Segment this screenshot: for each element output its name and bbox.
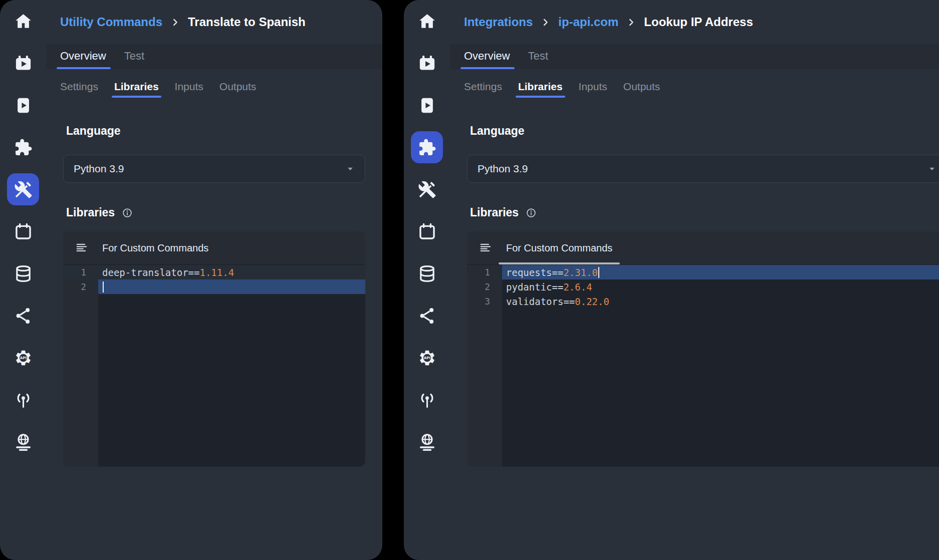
tab-bar: Overview Test xyxy=(46,44,382,69)
globe-icon xyxy=(418,433,436,451)
calendar-icon xyxy=(14,222,33,241)
sidebar-item-database[interactable] xyxy=(411,257,443,290)
screen-play-icon xyxy=(14,54,33,73)
line-number: 1 xyxy=(63,265,98,279)
chevron-right-icon xyxy=(626,18,636,27)
line-number: 2 xyxy=(467,279,502,294)
editor-tab-custom-commands[interactable]: For Custom Commands xyxy=(506,231,612,264)
breadcrumb-link[interactable]: Utility Commands xyxy=(60,15,162,29)
language-dropdown[interactable]: Python 3.9 xyxy=(63,155,365,183)
subtab-bar: Settings Libraries Inputs Outputs xyxy=(46,71,382,102)
subtab-libraries[interactable]: Libraries xyxy=(114,77,159,97)
text-cursor xyxy=(598,267,599,278)
language-heading: Language xyxy=(66,124,365,138)
tools-icon xyxy=(418,180,436,199)
workspace: Utility Commands Translate to Spanish Ov… xyxy=(0,0,939,560)
share-icon xyxy=(418,307,436,325)
sidebar-item-broadcast[interactable] xyxy=(7,384,39,416)
libraries-heading: Libraries xyxy=(470,206,519,219)
sidebar-item-home[interactable] xyxy=(411,5,443,37)
subtab-libraries[interactable]: Libraries xyxy=(518,77,563,97)
globe-icon xyxy=(14,433,33,451)
code-editor[interactable]: 1 requests==2.31.0 2 pydantic==2.6.4 3 v… xyxy=(467,265,939,467)
code-package: deep-translator xyxy=(102,267,188,278)
panel-integration-command: Integrations ip-api.com Lookup IP Addres… xyxy=(404,0,939,560)
sidebar-item-connections[interactable] xyxy=(7,300,39,332)
code-line[interactable]: 1 requests==2.31.0 xyxy=(467,265,939,279)
antenna-icon xyxy=(418,391,436,409)
sidebar-item-tools[interactable] xyxy=(411,173,443,205)
editor-header: For Custom Commands xyxy=(467,231,939,265)
sidebar-item-web[interactable] xyxy=(411,426,443,458)
subtab-bar: Settings Libraries Inputs Outputs xyxy=(450,71,939,102)
puzzle-icon xyxy=(418,138,436,157)
code-operator: == xyxy=(552,282,564,293)
database-icon xyxy=(418,264,436,283)
sidebar-item-database[interactable] xyxy=(7,257,39,290)
subtab-settings[interactable]: Settings xyxy=(464,77,502,97)
tab-overview[interactable]: Overview xyxy=(464,50,510,69)
sidebar-item-tools[interactable] xyxy=(7,173,39,205)
subtab-outputs[interactable]: Outputs xyxy=(219,77,257,97)
share-icon xyxy=(14,307,33,325)
subtab-inputs[interactable]: Inputs xyxy=(579,77,607,97)
code-version: 0.22.0 xyxy=(575,296,609,307)
code-operator: == xyxy=(563,296,575,307)
subtab-inputs[interactable]: Inputs xyxy=(175,77,203,97)
chevron-right-icon xyxy=(170,18,180,27)
tools-icon xyxy=(14,180,33,199)
code-editor[interactable]: 1 deep-translator==1.11.4 2 xyxy=(63,265,365,467)
code-line[interactable]: 3 validators==0.22.0 xyxy=(467,294,939,309)
tab-test[interactable]: Test xyxy=(124,50,144,69)
sidebar-item-api[interactable] xyxy=(7,342,39,374)
breadcrumb-link[interactable]: Integrations xyxy=(464,15,533,29)
sidebar-item-events[interactable] xyxy=(411,47,443,79)
chevron-down-icon xyxy=(927,164,936,173)
api-gear-icon xyxy=(14,349,33,367)
line-number: 3 xyxy=(467,294,502,309)
subtab-outputs[interactable]: Outputs xyxy=(623,77,660,97)
sidebar-item-broadcast[interactable] xyxy=(411,384,443,416)
code-package: validators xyxy=(506,296,563,307)
code-operator: == xyxy=(552,267,564,278)
line-number-gutter xyxy=(63,265,98,467)
text-cursor xyxy=(103,282,104,293)
subtab-settings[interactable]: Settings xyxy=(60,77,98,97)
code-version: 2.6.4 xyxy=(563,282,592,293)
tab-test[interactable]: Test xyxy=(528,50,548,69)
language-heading: Language xyxy=(470,124,939,138)
tab-overview[interactable]: Overview xyxy=(60,50,106,69)
panel-utility-command: Utility Commands Translate to Spanish Ov… xyxy=(0,0,382,560)
breadcrumb-link[interactable]: ip-api.com xyxy=(558,15,618,29)
code-line[interactable]: 2 xyxy=(63,279,365,294)
sidebar-item-api[interactable] xyxy=(411,342,443,374)
info-icon[interactable] xyxy=(526,207,537,218)
libraries-editor: For Custom Commands 1 requests==2.31.0 2… xyxy=(467,231,939,467)
text-lines-icon xyxy=(75,241,88,254)
code-line[interactable]: 1 deep-translator==1.11.4 xyxy=(63,265,365,279)
sidebar-item-calendar[interactable] xyxy=(7,215,39,247)
language-dropdown[interactable]: Python 3.9 xyxy=(467,155,939,183)
sidebar-item-media[interactable] xyxy=(7,89,39,121)
chevron-down-icon xyxy=(346,164,355,173)
book-play-icon xyxy=(418,96,436,115)
sidebar-item-events[interactable] xyxy=(7,47,39,79)
sidebar-item-home[interactable] xyxy=(7,5,39,37)
sidebar-item-media[interactable] xyxy=(411,89,443,121)
sidebar-item-plugins[interactable] xyxy=(7,131,39,163)
text-lines-icon xyxy=(479,241,492,254)
sidebar-item-connections[interactable] xyxy=(411,300,443,332)
database-icon xyxy=(14,264,33,283)
sidebar xyxy=(404,0,450,560)
info-icon[interactable] xyxy=(122,207,133,218)
sidebar-item-calendar[interactable] xyxy=(411,215,443,247)
tab-bar: Overview Test xyxy=(450,44,939,69)
home-icon xyxy=(418,12,436,31)
code-line[interactable]: 2 pydantic==2.6.4 xyxy=(467,279,939,294)
sidebar-item-plugins[interactable] xyxy=(411,131,443,163)
code-package: requests xyxy=(506,267,552,278)
sidebar-item-web[interactable] xyxy=(7,426,39,458)
language-dropdown-value: Python 3.9 xyxy=(478,163,528,175)
code-operator: == xyxy=(188,267,200,278)
editor-tab-custom-commands[interactable]: For Custom Commands xyxy=(102,231,208,264)
